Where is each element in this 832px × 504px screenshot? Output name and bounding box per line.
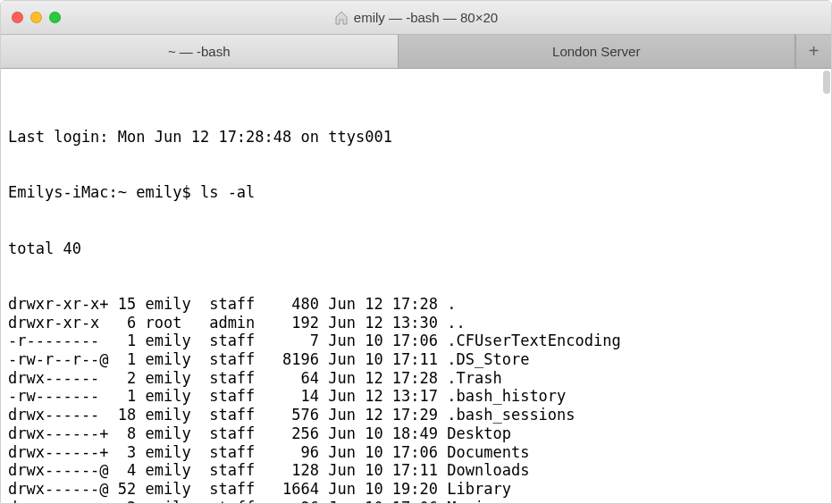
- home-icon: [334, 11, 349, 25]
- listing-row: drwx------@ 52 emily staff 1664 Jun 10 1…: [8, 480, 824, 499]
- tab-label: London Server: [552, 44, 640, 59]
- new-tab-button[interactable]: +: [795, 35, 831, 68]
- listing-row: -rw------- 1 emily staff 14 Jun 12 13:17…: [8, 387, 824, 406]
- listing-row: drwxr-xr-x+ 15 emily staff 480 Jun 12 17…: [8, 295, 824, 314]
- tab-label: ~ — -bash: [168, 44, 231, 59]
- listing-row: drwxr-xr-x 6 root admin 192 Jun 12 13:30…: [8, 314, 824, 332]
- listing-row: drwx------ 18 emily staff 576 Jun 12 17:…: [8, 406, 824, 424]
- tab-london-server[interactable]: London Server: [399, 35, 796, 68]
- scrollbar-thumb[interactable]: [823, 71, 830, 94]
- listing: drwxr-xr-x+ 15 emily staff 480 Jun 12 17…: [8, 295, 824, 503]
- plus-icon: +: [809, 41, 819, 62]
- close-button[interactable]: [12, 12, 23, 23]
- traffic-lights: [1, 12, 61, 23]
- tab-bar: ~ — -bash London Server +: [1, 35, 831, 69]
- listing-row: -r-------- 1 emily staff 7 Jun 10 17:06 …: [8, 332, 824, 350]
- zoom-button[interactable]: [49, 12, 61, 23]
- window-titlebar: emily — -bash — 80×20: [1, 1, 831, 35]
- listing-row: drwx------@ 4 emily staff 128 Jun 10 17:…: [8, 461, 824, 480]
- command-line: Emilys-iMac:~ emily$ ls -al: [8, 183, 824, 202]
- listing-row: -rw-r--r--@ 1 emily staff 8196 Jun 10 17…: [8, 350, 824, 369]
- listing-row: drwx------ 2 emily staff 64 Jun 12 17:28…: [8, 369, 824, 388]
- listing-row: drwx------+ 8 emily staff 256 Jun 10 18:…: [8, 424, 824, 443]
- listing-row: drwx------+ 3 emily staff 96 Jun 10 17:0…: [8, 443, 824, 462]
- minimize-button[interactable]: [30, 12, 42, 23]
- total-line: total 40: [8, 239, 824, 258]
- terminal-body[interactable]: Last login: Mon Jun 12 17:28:48 on ttys0…: [1, 69, 831, 503]
- last-login-line: Last login: Mon Jun 12 17:28:48 on ttys0…: [8, 128, 824, 147]
- listing-row: drwx------+ 3 emily staff 96 Jun 10 17:0…: [8, 499, 824, 503]
- window-title: emily — -bash — 80×20: [1, 10, 831, 25]
- tab-bash[interactable]: ~ — -bash: [1, 35, 399, 68]
- window-title-text: emily — -bash — 80×20: [354, 10, 498, 25]
